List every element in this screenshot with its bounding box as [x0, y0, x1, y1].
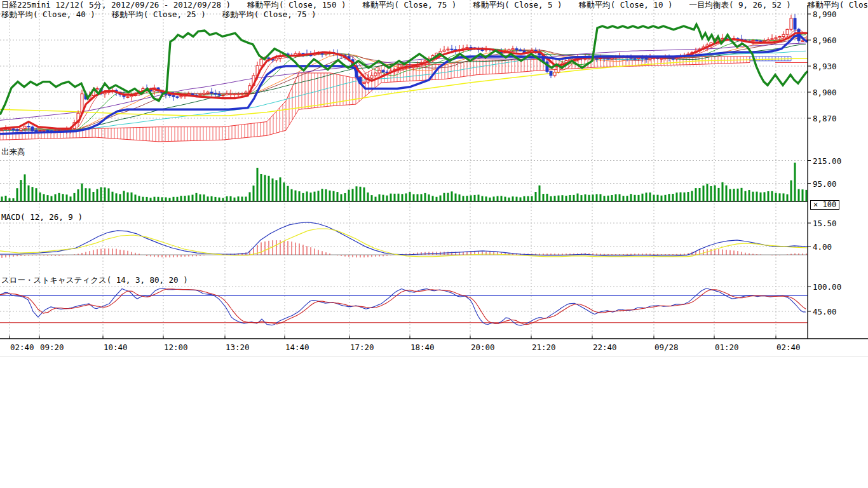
macd-axis-label: 4.00	[813, 242, 832, 252]
volume-multiplier-badge: × 100	[810, 200, 839, 210]
indicator-label: 移動平均( Close, 20 )	[808, 1, 868, 10]
time-axis-label: 02:40	[776, 342, 801, 352]
time-axis-label: 13:20	[226, 342, 250, 352]
stoch-axis-label: 100.00	[813, 282, 841, 292]
indicator-header-row-2: 移動平均( Close, 40 )移動平均( Close, 25 )移動平均( …	[1, 10, 316, 19]
stochastics-panel-label: スロー・ストキャスティクス( 14, 3, 80, 20 )	[1, 275, 188, 286]
price-axis-label: 8,900	[813, 88, 837, 97]
time-axis-label: 18:40	[410, 342, 435, 352]
bottom-divider	[0, 356, 868, 357]
trading-chart-app: 日経225mini 12/12( 5分, 2012/09/26 - 2012/0…	[0, 0, 868, 488]
time-axis-label: 10:40	[104, 342, 128, 352]
indicator-label: 一目均衡表( 9, 26, 52 )	[689, 1, 790, 10]
time-axis-label: 09:20	[40, 342, 64, 352]
indicator-label: 移動平均( Close, 150 )	[247, 1, 346, 10]
time-axis-label: 17:20	[350, 342, 374, 352]
indicator-label: 移動平均( Close, 10 )	[579, 1, 673, 10]
indicator-label: 日経225mini 12/12( 5分, 2012/09/26 - 2012/0…	[1, 1, 231, 10]
time-axis-label: 21:20	[532, 342, 556, 352]
time-axis-label: 01:20	[715, 342, 739, 352]
indicator-header-row-1: 日経225mini 12/12( 5分, 2012/09/26 - 2012/0…	[1, 1, 868, 10]
price-axis-label: 8,930	[813, 62, 837, 71]
time-axis-label: 20:00	[471, 342, 495, 352]
indicator-label: 移動平均( Close, 25 )	[112, 10, 206, 19]
time-axis-label: 12:00	[164, 342, 188, 352]
indicator-label: 移動平均( Close, 75 )	[222, 10, 316, 19]
macd-axis-label: 15.50	[813, 219, 837, 228]
volume-axis-label: 215.00	[813, 156, 841, 166]
time-axis-label: 09/28	[654, 342, 679, 352]
stoch-axis-label: 45.00	[813, 307, 837, 316]
volume-axis-label: 95.00	[813, 179, 837, 189]
indicator-label: 移動平均( Close, 5 )	[473, 1, 562, 10]
chart-canvas[interactable]	[0, 0, 868, 488]
time-axis-label: 22:40	[593, 342, 617, 352]
time-axis-label: 02:40	[10, 342, 34, 352]
volume-panel-label: 出来高	[1, 147, 25, 158]
macd-panel-label: MACD( 12, 26, 9 )	[1, 212, 83, 222]
indicator-label: 移動平均( Close, 40 )	[1, 10, 95, 19]
price-axis-label: 8,990	[813, 10, 837, 19]
price-axis-label: 8,960	[813, 36, 837, 45]
price-axis-label: 8,870	[813, 114, 837, 123]
indicator-label: 移動平均( Close, 75 )	[362, 1, 456, 10]
time-axis-label: 14:40	[285, 342, 309, 352]
